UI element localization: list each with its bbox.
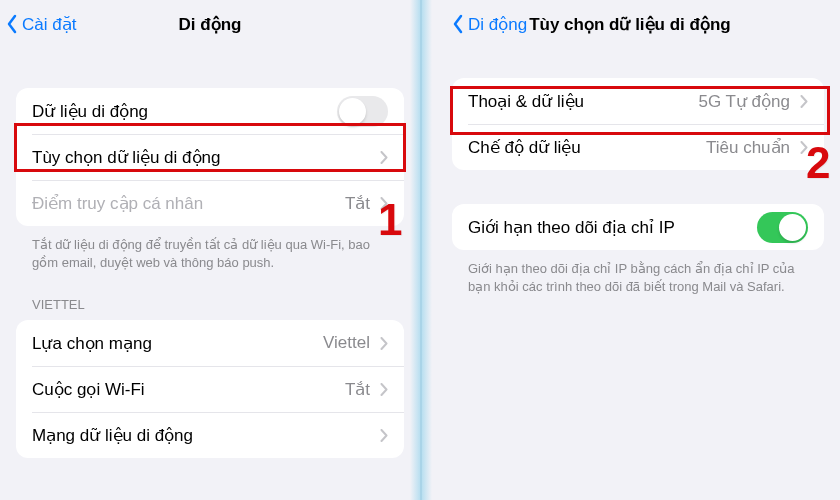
page-title: Tùy chọn dữ liệu di động [529, 14, 731, 35]
chevron-right-icon [380, 151, 388, 164]
settings-mobile-panel: Cài đặt Di động Dữ liệu di động Tùy chọn… [0, 0, 420, 500]
back-label: Di động [468, 14, 527, 35]
row-wifi-calling[interactable]: Cuộc gọi Wi-Fi Tắt [16, 366, 404, 412]
label: Chế độ dữ liệu [468, 137, 581, 158]
nav-bar: Di động Tùy chọn dữ liệu di động [422, 0, 840, 48]
chevron-right-icon [800, 141, 808, 154]
chevron-left-icon [452, 14, 464, 34]
row-limit-ip-tracking[interactable]: Giới hạn theo dõi địa chỉ IP [452, 204, 824, 250]
content: Thoại & dữ liệu 5G Tự động Chế độ dữ liệ… [422, 48, 840, 295]
row-mobile-data-options[interactable]: Tùy chọn dữ liệu di động [16, 134, 404, 180]
label: Dữ liệu di động [32, 101, 148, 122]
label: Mạng dữ liệu di động [32, 425, 193, 446]
chevron-right-icon [380, 197, 388, 210]
group-ip-tracking: Giới hạn theo dõi địa chỉ IP [452, 204, 824, 250]
row-mobile-data[interactable]: Dữ liệu di động [16, 88, 404, 134]
mobile-data-toggle[interactable] [337, 96, 388, 127]
group-footer-text: Tắt dữ liệu di động để truyền tất cả dữ … [16, 226, 404, 271]
value: Tắt [345, 379, 370, 400]
label: Giới hạn theo dõi địa chỉ IP [468, 217, 675, 238]
limit-ip-toggle[interactable] [757, 212, 808, 243]
chevron-right-icon [380, 383, 388, 396]
back-button[interactable]: Di động [452, 14, 527, 35]
row-network-selection[interactable]: Lựa chọn mạng Viettel [16, 320, 404, 366]
row-voice-and-data[interactable]: Thoại & dữ liệu 5G Tự động [452, 78, 824, 124]
value: Tắt [345, 193, 370, 214]
label: Thoại & dữ liệu [468, 91, 584, 112]
chevron-right-icon [380, 429, 388, 442]
group-carrier: Lựa chọn mạng Viettel Cuộc gọi Wi-Fi Tắt… [16, 320, 404, 458]
label: Lựa chọn mạng [32, 333, 152, 354]
value: Viettel [323, 333, 370, 353]
row-mobile-data-network[interactable]: Mạng dữ liệu di động [16, 412, 404, 458]
page-title: Di động [0, 14, 420, 35]
label: Điểm truy cập cá nhân [32, 193, 203, 214]
group-footer-text: Giới hạn theo dõi địa chỉ IP bằng cách ẩ… [452, 250, 824, 295]
chevron-right-icon [800, 95, 808, 108]
value: Tiêu chuẩn [706, 137, 790, 158]
row-data-mode[interactable]: Chế độ dữ liệu Tiêu chuẩn [452, 124, 824, 170]
divider-gradient [422, 0, 432, 500]
section-header-carrier: VIETTEL [16, 271, 404, 320]
divider-gradient [410, 0, 420, 500]
mobile-data-options-panel: Di động Tùy chọn dữ liệu di động Thoại &… [420, 0, 840, 500]
label: Tùy chọn dữ liệu di động [32, 147, 220, 168]
content: Dữ liệu di động Tùy chọn dữ liệu di động… [0, 48, 420, 458]
value: 5G Tự động [698, 91, 790, 112]
group-voice-data: Thoại & dữ liệu 5G Tự động Chế độ dữ liệ… [452, 78, 824, 170]
group-mobile-data: Dữ liệu di động Tùy chọn dữ liệu di động… [16, 88, 404, 226]
label: Cuộc gọi Wi-Fi [32, 379, 145, 400]
row-personal-hotspot[interactable]: Điểm truy cập cá nhân Tắt [16, 180, 404, 226]
chevron-right-icon [380, 337, 388, 350]
nav-bar: Cài đặt Di động [0, 0, 420, 48]
